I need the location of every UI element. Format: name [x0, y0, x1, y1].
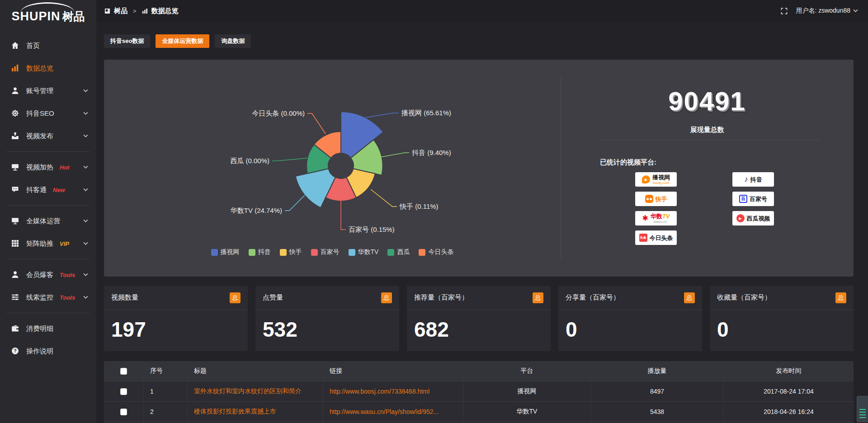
total-badge[interactable]: 总 — [835, 292, 846, 303]
widget-stripes-decoration — [859, 409, 866, 419]
tab-media-operation-data[interactable]: 全媒体运营数据 — [156, 34, 209, 48]
platform-share-pie-chart: 播视网 (65.61%)抖音 (9.40%)快手 (0.11%)百家号 (0.1… — [104, 60, 561, 277]
tab-douyin-seo-data[interactable]: 抖音seo数据 — [104, 34, 150, 48]
tab-inquiry-data[interactable]: 询盘数据 — [215, 34, 251, 48]
video-title-link[interactable]: 楼体投影灯投影效果震撼上市 — [194, 408, 276, 416]
legend-swatch — [349, 249, 355, 256]
sidebar-item-member-baoke[interactable]: 会员爆客Tools — [0, 263, 96, 286]
legend-item-华数TV[interactable]: 华数TV — [349, 248, 379, 256]
breadcrumb-item-current: 数据总览 — [151, 7, 179, 15]
total-badge[interactable]: 总 — [684, 292, 695, 303]
video-title-link[interactable]: 室外水纹灯和室内水纹灯的区别和简介 — [194, 387, 302, 395]
stat-card-header: 收藏量（百家号）总 — [710, 286, 854, 310]
boosj-logo-icon: ▶ — [642, 175, 650, 183]
table-row: 2楼体投影灯投影效果震撼上市http://www.wasu.cn/Play/sh… — [104, 401, 854, 422]
floating-widget[interactable] — [857, 396, 868, 422]
chevron-down-icon — [83, 219, 88, 223]
table-header-cell: 序号 — [144, 361, 188, 381]
legend-label: 百家号 — [321, 248, 340, 256]
svg-text:?: ? — [14, 348, 16, 353]
legend-item-抖音[interactable]: 抖音 — [249, 248, 271, 256]
platform-badge-text: 百家号 — [750, 196, 767, 202]
sidebar-item-account-management[interactable]: 账号管理 — [0, 80, 96, 102]
user-menu[interactable]: 用户名: zswodun88 — [796, 7, 858, 15]
stat-card-label: 视频数量 — [111, 293, 138, 302]
platform-badge-toutiao: 头条今日头条 — [635, 230, 677, 245]
stat-card-header: 推荐量（百家号）总 — [407, 286, 551, 310]
table-header-cell: 播放量 — [591, 361, 724, 381]
select-all-checkbox[interactable] — [120, 368, 127, 375]
sidebar-item-data-overview[interactable]: 数据总览 — [0, 57, 96, 80]
sidebar-item-consume-detail[interactable]: 消费明细 — [0, 317, 96, 340]
wallet-icon — [11, 324, 19, 333]
sidebar-item-douyin-seo[interactable]: 抖音SEO — [0, 102, 96, 125]
table-header-cell: 平台 — [463, 361, 591, 381]
video-url-link[interactable]: http://www.wasu.cn/Play/show/id/952... — [330, 408, 439, 415]
row-checkbox[interactable] — [120, 388, 127, 395]
tv-icon — [11, 163, 19, 171]
summary-section: 90491 展现量总数 已统计的视频平台: ▶播视网boosj.com♪抖音快手… — [561, 60, 854, 277]
sidebar-item-matrix-boost[interactable]: 矩阵助推VIP — [0, 232, 96, 255]
platform-subtext: wasu.cn — [654, 220, 667, 224]
sidebar-item-clue-monitor[interactable]: 线索监控Tools — [0, 286, 96, 309]
chevron-down-icon — [83, 112, 88, 115]
chevron-down-icon — [853, 9, 858, 13]
sidebar-item-media-operation[interactable]: 全媒体运营 — [0, 210, 96, 232]
legend-item-快手[interactable]: 快手 — [280, 248, 302, 256]
legend-item-今日头条[interactable]: 今日头条 — [419, 248, 453, 256]
platform-badge-baijiahao: 百百家号 — [732, 192, 774, 206]
sidebar-item-label: 账号管理 — [26, 87, 53, 95]
total-badge[interactable]: 总 — [533, 292, 543, 303]
legend-swatch — [387, 249, 394, 256]
sidebar: SHUPIN 树品 首页数据总览账号管理抖音SEO视频发布视频加热Hot抖客通N… — [0, 0, 96, 423]
pie-slice-华数TV[interactable] — [296, 169, 335, 208]
stat-card-label: 点赞量 — [263, 293, 283, 302]
sidebar-item-label: 矩阵助推 — [26, 240, 53, 248]
sidebar-item-badge: Tools — [60, 294, 75, 301]
stat-card-header: 视频数量总 — [104, 286, 248, 310]
sidebar-item-home[interactable]: 首页 — [0, 34, 96, 57]
sidebar-item-help[interactable]: ?操作说明 — [0, 340, 96, 362]
row-checkbox[interactable] — [120, 409, 127, 415]
stat-card-value: 0 — [710, 310, 854, 342]
pie-label-line — [377, 153, 409, 158]
platform-badge-xigua: ▶西瓜视频 — [732, 211, 774, 226]
stat-card-1: 点赞量总532 — [255, 286, 399, 351]
total-badge[interactable]: 总 — [381, 292, 392, 303]
fullscreen-icon[interactable] — [781, 8, 788, 14]
data-tabs: 抖音seo数据全媒体运营数据询盘数据 — [104, 34, 854, 48]
stat-card-value: 532 — [255, 310, 399, 342]
video-url-link[interactable]: http://www.boosj.com/7338468.html — [330, 388, 429, 395]
legend-swatch — [419, 249, 425, 256]
legend-item-西瓜[interactable]: 西瓜 — [387, 248, 410, 256]
stat-card-label: 分享量（百家号） — [566, 293, 620, 302]
baijiahao-logo-icon: 百 — [739, 195, 747, 203]
sidebar-item-video-publish[interactable]: 视频发布 — [0, 125, 96, 147]
main-content: 抖音seo数据全媒体运营数据询盘数据 播视网 (65.61%)抖音 (9.40%… — [96, 22, 868, 423]
cell-title: 楼体投影灯投影效果震撼上市 — [188, 402, 323, 422]
platform-badge-text: 今日头条 — [650, 235, 673, 241]
sliders-icon — [11, 293, 19, 301]
pie-label: 抖音 (9.40%) — [412, 149, 451, 156]
table-header-cell: 发布时间 — [724, 361, 854, 381]
total-badge[interactable]: 总 — [230, 292, 241, 303]
gear-icon — [11, 109, 19, 118]
legend-swatch — [311, 249, 318, 256]
sidebar-item-label: 线索监控 — [26, 293, 53, 302]
legend-item-百家号[interactable]: 百家号 — [311, 248, 340, 256]
sidebar-item-label: 视频加热 — [26, 163, 53, 172]
publish-icon — [11, 132, 19, 140]
legend-swatch — [280, 249, 287, 256]
sidebar-item-badge: Tools — [60, 272, 75, 278]
sidebar-divider — [6, 259, 90, 259]
chevron-down-icon — [83, 273, 88, 277]
platform-name: 华数TV — [651, 213, 670, 219]
platform-badge-text: 西瓜视频 — [747, 216, 770, 221]
chevron-down-icon — [83, 89, 88, 93]
sidebar-item-video-heat[interactable]: 视频加热Hot — [0, 156, 96, 179]
breadcrumb-item-root[interactable]: 树品 — [114, 7, 127, 15]
sidebar-item-douketong[interactable]: 抖客通New — [0, 179, 96, 201]
platform-badge-text: 快手 — [656, 196, 667, 202]
stat-card-value: 197 — [104, 310, 248, 342]
legend-item-播视网[interactable]: 播视网 — [211, 248, 240, 256]
